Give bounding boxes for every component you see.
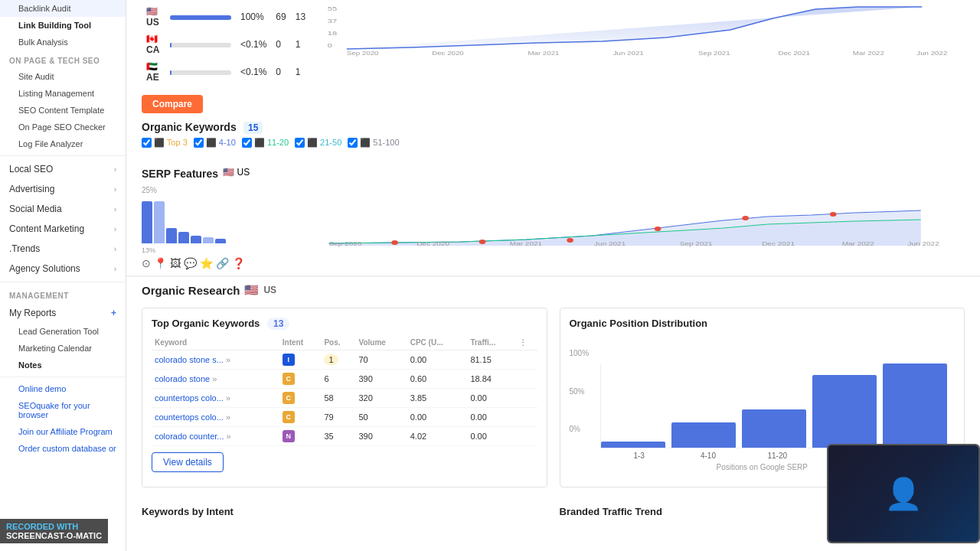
top-keywords-panel: Top Organic Keywords 13 Keyword Intent P… [142,308,547,487]
serp-timeline-chart: Sep 2020 Dec 2020 Mar 2021 Jun 2021 Sep … [307,186,965,247]
filter-4-10[interactable]: ⬛ 4-10 [194,138,236,148]
sidebar-item-online-demo[interactable]: Online demo [0,380,126,397]
table-row: 🇨🇦 CA <0.1% 0 1 [142,31,310,58]
plus-icon[interactable]: + [111,308,116,318]
svg-point-15 [479,240,486,244]
sidebar-item-order-custom[interactable]: Order custom database or [0,440,126,457]
table-row: colorado counter... » N 35 390 4.02 0.00 [152,427,537,446]
sidebar-item-seo-content-template[interactable]: SEO Content Template [0,102,126,119]
video-call-overlay: 👤 [827,444,980,543]
keywords-by-intent-title: Keywords by Intent [142,503,547,520]
organic-keywords-title: Organic Keywords [142,115,237,136]
organic-research-header: Organic Research 🇺🇸 US [126,276,980,300]
sidebar-item-listing-management[interactable]: Listing Management [0,85,126,102]
pos-bar-group [601,442,665,448]
keywords-count-badge: 13 [267,318,289,330]
serp-region-flag: 🇺🇸 US [223,167,250,178]
svg-text:18: 18 [328,30,337,37]
sidebar-item-link-building-tool[interactable]: Link Building Tool [0,17,126,34]
sidebar-item-bulk-analysis[interactable]: Bulk Analysis [0,34,126,51]
video-person: 👤 [828,445,978,542]
intent-badge: N [283,430,295,442]
sidebar: Backlink Audit Link Building Tool Bulk A… [0,0,126,551]
col-traffic: Traffi... [467,335,515,350]
table-row: countertops colo... » C 58 320 3.85 0.00 [152,389,537,408]
compare-button[interactable]: Compare [142,95,203,113]
filter-21-50[interactable]: ⬛ 21-50 [295,138,341,148]
sidebar-item-seoquake[interactable]: SEOquake for your browser [0,397,126,423]
svg-text:Sep 2021: Sep 2021 [698,50,730,56]
svg-text:Sep 2021: Sep 2021 [680,241,713,247]
serp-icon-2[interactable]: 📍 [154,257,167,269]
svg-text:55: 55 [328,5,337,12]
svg-text:Mar 2022: Mar 2022 [842,241,874,247]
sidebar-item-site-audit[interactable]: Site Audit [0,68,126,85]
intent-badge: C [283,411,295,423]
serp-icon-4[interactable]: 💬 [184,257,197,269]
intent-badge: C [283,373,295,385]
serp-icon-row: ⊙ 📍 🖼 💬 ⭐ 🔗 ❓ [142,257,295,269]
chevron-right-icon: › [114,185,116,194]
col-actions: ⋮ [516,335,537,350]
sidebar-item-notes[interactable]: Notes [0,357,126,373]
svg-text:0: 0 [328,42,333,49]
organic-keywords-count: 15 [243,122,263,134]
sidebar-item-marketing-calendar[interactable]: Marketing Calendar [0,340,126,357]
svg-text:Jun 2022: Jun 2022 [908,241,939,247]
keywords-table: Keyword Intent Pos. Volume CPC (U... Tra… [152,335,537,446]
sidebar-item-log-file-analyzer[interactable]: Log File Analyzer [0,135,126,152]
svg-text:37: 37 [328,18,337,24]
serp-features-title: SERP Features [142,161,218,183]
svg-text:Dec 2020: Dec 2020 [416,241,449,247]
sidebar-item-trends[interactable]: .Trends › [0,239,126,259]
col-volume: Volume [356,335,407,350]
sidebar-item-advertising[interactable]: Advertising › [0,179,126,199]
svg-text:Sep 2020: Sep 2020 [347,50,379,56]
col-pos: Pos. [321,335,355,350]
view-details-button[interactable]: View details [152,452,224,472]
svg-point-18 [742,216,749,220]
sidebar-item-agency-solutions[interactable]: Agency Solutions › [0,259,126,279]
filter-top3[interactable]: ⬛ Top 3 [142,138,188,148]
sidebar-item-my-reports[interactable]: My Reports + [0,303,126,323]
serp-icon-6[interactable]: 🔗 [216,257,229,269]
serp-icon-5[interactable]: ⭐ [200,257,213,269]
serp-icon-7[interactable]: ❓ [232,257,245,269]
top-keywords-title: Top Organic Keywords 13 [152,318,537,329]
col-cpc: CPC (U... [407,335,468,350]
serp-icon-1[interactable]: ⊙ [142,257,151,269]
svg-point-19 [830,212,837,217]
chevron-right-icon: › [114,245,116,253]
sidebar-item-join-affiliate[interactable]: Join our Affiliate Program [0,423,126,440]
table-row: colorado stone s... » I 1 70 0.00 81.15 [152,350,537,370]
traffic-chart: 55 37 18 0 Sep 2020 Dec 2020 Mar 2021 Ju… [325,3,965,57]
sidebar-item-local-seo[interactable]: Local SEO › [0,159,126,179]
svg-text:Dec 2020: Dec 2020 [432,50,464,56]
sidebar-item-content-marketing[interactable]: Content Marketing › [0,219,126,239]
countries-table: 🇺🇸 US 100% 69 13 🇨🇦 CA <0.1% [142,3,310,86]
sidebar-item-social-media[interactable]: Social Media › [0,199,126,219]
filter-11-20[interactable]: ⬛ 11-20 [242,138,289,148]
pos-distribution-title: Organic Position Distribution [570,318,956,329]
svg-point-16 [567,238,573,243]
intent-badge: I [283,354,295,366]
filter-51-100[interactable]: ⬛ 51-100 [348,138,399,148]
table-row: 🇺🇸 US 100% 69 13 [142,3,310,31]
pos-bar-group [742,409,806,448]
organic-keywords-section: Organic Keywords 15 ⬛ Top 3 ⬛ 4-10 ⬛ 11-… [126,116,980,155]
intent-badge: C [283,392,295,404]
serp-features-section: SERP Features 🇺🇸 US 25% [126,155,980,276]
chevron-right-icon: › [114,265,116,273]
on-page-tech-seo-label: ON PAGE & TECH SEO [0,51,126,68]
sidebar-item-backlink-audit[interactable]: Backlink Audit [0,0,126,17]
management-label: MANAGEMENT [0,285,126,303]
pos-bar-group [883,364,947,448]
sidebar-item-on-page-seo-checker[interactable]: On Page SEO Checker [0,119,126,135]
chevron-right-icon: › [114,165,116,174]
chevron-right-icon: › [114,205,116,214]
sidebar-item-lead-generation-tool[interactable]: Lead Generation Tool [0,323,126,340]
svg-text:Sep 2020: Sep 2020 [329,241,362,247]
pos-bar-group [671,422,736,448]
table-row: colorado stone » C 6 390 0.60 18.84 [152,370,537,389]
serp-icon-3[interactable]: 🖼 [170,257,181,269]
